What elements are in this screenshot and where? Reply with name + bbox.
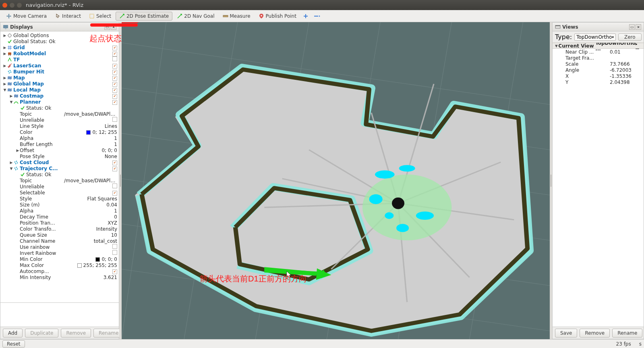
measure-tool[interactable]: Measure [219,12,254,21]
view-property-row[interactable]: Target Fra... [553,55,644,61]
tree-row[interactable]: Unreliable [0,183,119,190]
tree-row[interactable]: Color0; 12; 255 [0,129,119,135]
tree-row[interactable]: Pose StyleNone [0,153,119,159]
views-close-button[interactable]: × [636,24,641,30]
close-window-button[interactable] [2,3,7,8]
tree-value[interactable]: 1 [111,208,117,214]
tree-value[interactable]: 0; 0; 0 [92,256,117,262]
checkbox[interactable] [112,88,117,93]
tree-row[interactable]: Size (m)0.04 [0,202,119,208]
tree-row[interactable]: Channel Nametotal_cost [0,238,119,244]
add-button[interactable]: Add [3,329,23,338]
tree-row[interactable]: ▶Map [0,75,119,81]
tree-row[interactable]: Color Transfo...Intensity [0,226,119,232]
tree-row[interactable]: ▶RobotModel [0,50,119,56]
tree-row[interactable]: ▶LaserScan [0,63,119,69]
views-tree[interactable]: ▼ Current View TopDownOrtho ... ▸ … Near… [553,43,644,327]
tree-value[interactable]: 0.04 [103,202,117,208]
view-property-row[interactable]: Scale73.7666 [553,61,644,67]
tree-row[interactable]: ▼Local Map [0,87,119,93]
tree-value[interactable]: None [101,154,117,159]
nav-goal-tool[interactable]: 2D Nav Goal [173,12,218,21]
minimize-window-button[interactable] [10,3,14,8]
checkbox[interactable] [112,46,117,50]
tree-value[interactable]: Flat Squares [84,196,117,202]
tree-row[interactable]: Line StyleLines [0,123,119,129]
checkbox[interactable] [112,100,117,105]
tree-row[interactable]: Decay Time0 [0,214,119,220]
tree-row[interactable]: Alpha1 [0,208,119,214]
tree-row[interactable]: ▶Grid [0,44,119,50]
3d-viewport[interactable] [122,22,550,339]
add-tool-button[interactable] [301,12,311,21]
views-rename-button[interactable]: Rename [612,329,642,338]
displays-tree[interactable]: ▶Global OptionsGlobal Status: Ok▶Grid▶Ro… [0,31,119,302]
checkbox[interactable] [112,191,117,196]
tree-row[interactable]: Position Tran...XYZ [0,220,119,226]
checkbox[interactable] [112,167,117,171]
tree-value[interactable]: 3.621 [100,275,117,280]
view-property-row[interactable]: X-1.35336 [553,73,644,79]
remove-button[interactable]: Remove [61,329,91,338]
checkbox[interactable] [112,94,117,99]
tree-row[interactable]: ▶Cost Cloud [0,159,119,165]
tree-row[interactable]: Topic/move_base/DWAPlan... [0,111,119,117]
move-camera-tool[interactable]: Move Camera [2,12,50,21]
tree-row[interactable]: ▶Costmap [0,93,119,99]
checkbox[interactable] [112,160,117,165]
tree-value[interactable]: /move_base/DWAPlan... [61,178,117,183]
views-save-button[interactable]: Save [555,329,577,338]
tree-row[interactable]: Status: Ok [0,105,119,111]
tree-row[interactable]: ▶Global Options [0,32,119,38]
publish-point-tool[interactable]: Publish Point [255,12,300,21]
view-property-row[interactable]: Angle-6.72003 [553,67,644,73]
tree-value[interactable]: 0 [111,214,117,220]
checkbox[interactable] [112,269,117,274]
tree-row[interactable]: Alpha1 [0,135,119,141]
tree-row[interactable]: ▼Trajectory C... [0,165,119,171]
tree-row[interactable]: Max Color255; 255; 255 [0,262,119,268]
tree-value[interactable]: 1 [111,142,117,147]
tree-value[interactable]: XYZ [104,220,117,226]
checkbox[interactable] [112,250,117,255]
tree-value[interactable]: 10 [108,232,117,238]
checkbox[interactable] [112,244,117,249]
tree-row[interactable]: Invert Rainbow [0,250,119,256]
tree-row[interactable]: Buffer Length1 [0,141,119,147]
tree-row[interactable]: Topic/move_base/DWAPlan... [0,177,119,183]
zero-button[interactable]: Zero [618,33,642,41]
tree-row[interactable]: ▶Global Map [0,81,119,87]
views-remove-button[interactable]: Remove [580,329,610,338]
views-undock-button[interactable]: ▭ [629,24,635,30]
checkbox[interactable] [112,70,117,75]
checkbox[interactable] [112,117,117,122]
tree-value[interactable]: 1 [111,135,117,141]
view-property-row[interactable]: Y2.04398 [553,79,644,85]
reset-button[interactable]: Reset [2,340,25,348]
checkbox[interactable] [112,82,117,87]
maximize-window-button[interactable] [17,3,22,8]
duplicate-button[interactable]: Duplicate [25,329,58,338]
tree-row[interactable]: Status: Ok [0,171,119,177]
tree-row[interactable]: Min Color0; 0; 0 [0,256,119,262]
checkbox[interactable] [112,56,117,61]
tree-value[interactable]: /move_base/DWAPlan... [61,111,117,117]
tree-row[interactable]: StyleFlat Squares [0,196,119,202]
tree-value[interactable]: 255; 255; 255 [74,263,117,268]
tree-value[interactable]: Lines [101,123,117,129]
tree-row[interactable]: ▶Offset0; 0; 0 [0,147,119,153]
tree-value[interactable]: 0; 0; 0 [98,148,117,153]
pose-estimate-tool[interactable]: 2D Pose Estimate [116,12,172,21]
tree-row[interactable]: Global Status: Ok [0,38,119,44]
tree-value[interactable]: Intensity [93,226,117,232]
tree-row[interactable]: Use rainbow [0,244,119,250]
view-type-select[interactable]: TopDownOrtho▾ [574,33,616,41]
checkbox[interactable] [112,64,117,69]
checkbox[interactable] [112,76,117,81]
checkbox[interactable] [112,52,117,56]
tree-row[interactable]: ▼Planner [0,99,119,105]
tree-row[interactable]: Queue Size10 [0,232,119,238]
tree-value[interactable]: total_cost [91,238,117,244]
checkbox[interactable] [112,183,117,188]
select-tool[interactable]: Select [85,12,115,21]
